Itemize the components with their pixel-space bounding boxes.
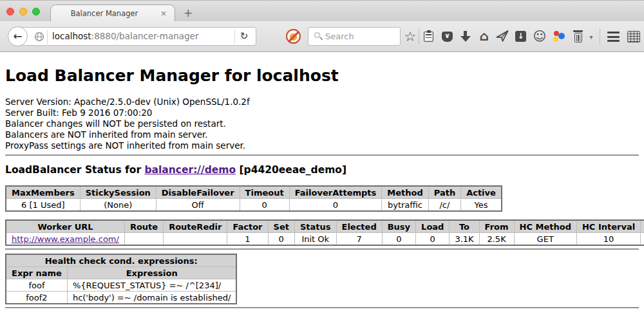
menu-hamburger-icon[interactable] xyxy=(606,29,621,44)
col-method: Method xyxy=(382,186,428,199)
reload-icon[interactable]: ↻ xyxy=(237,28,251,45)
col-stickysession: StickySession xyxy=(80,186,156,199)
url-text[interactable]: localhost:8880/balancer-manager xyxy=(52,28,198,45)
pocket-icon[interactable]: ∨ xyxy=(440,29,455,44)
colored-dots-extension-icon[interactable] xyxy=(551,29,567,44)
cell-from: 2.5K xyxy=(479,233,514,246)
cell-stickysession: (None) xyxy=(80,199,156,212)
emoji-icon[interactable]: ☺ xyxy=(532,29,547,44)
col-hc-method: HC Method xyxy=(514,220,576,233)
col-timeout: Timeout xyxy=(240,186,289,199)
download-arrow: ↓ xyxy=(515,31,526,42)
col-passes: Passes xyxy=(641,220,644,233)
col-expression: Expression xyxy=(67,267,236,279)
new-tab-button[interactable]: + xyxy=(181,5,195,21)
url-path: :8880/balancer-manager xyxy=(91,31,199,41)
cell-expr-name: foof2 xyxy=(6,292,67,304)
table-title-row: Health check cond. expressions: xyxy=(6,254,236,267)
server-built-line: Server Built: Feb 9 2016 07:00:20 xyxy=(5,107,639,118)
col-worker-url: Worker URL xyxy=(6,220,124,233)
cell-load: 0 xyxy=(416,233,450,246)
cell-elected: 7 xyxy=(336,233,382,246)
table-header-row: Expr name Expression xyxy=(6,267,236,279)
cell-busy: 0 xyxy=(382,233,415,246)
bookmark-star-icon[interactable]: ☆ xyxy=(402,29,418,44)
tab-balancer-manager[interactable]: Balancer Manager × xyxy=(50,5,175,22)
clipboard-body xyxy=(424,32,433,42)
col-disablefailover: DisableFailover xyxy=(156,186,240,199)
zoom-window-button[interactable] xyxy=(32,8,40,15)
paper-plane-glyph xyxy=(495,29,509,43)
close-window-button[interactable] xyxy=(6,8,14,15)
back-button[interactable]: ← xyxy=(8,26,28,46)
chevron-down-icon[interactable]: ▾ xyxy=(583,29,599,44)
health-check-title: Health check cond. expressions: xyxy=(6,254,236,267)
cell-disablefailover: Off xyxy=(156,199,240,212)
balancer-demo-link[interactable]: balancer://demo xyxy=(144,164,236,176)
navigation-toolbar: ← localhost:8880/balancer-manager ↻ ☆ ∨ xyxy=(0,21,644,52)
page-title: Load Balancer Manager for localhost xyxy=(5,66,639,85)
cell-hc-method: GET xyxy=(514,233,576,246)
table-header-row: MaxMembers StickySession DisableFailover… xyxy=(6,186,502,199)
send-page-icon[interactable] xyxy=(495,29,510,44)
col-path: Path xyxy=(428,186,460,199)
col-route: Route xyxy=(124,220,163,233)
browser-window: Balancer Manager × + ← localhost:8880/ba… xyxy=(0,0,644,316)
balancer-status-heading: LoadBalancer Status for balancer://demo … xyxy=(5,164,639,176)
cell-status: Init Ok xyxy=(294,233,336,246)
divider xyxy=(5,154,639,156)
health-check-table: Health check cond. expressions: Expr nam… xyxy=(5,254,237,304)
reading-list-icon[interactable] xyxy=(421,29,437,44)
balancer-settings-table: MaxMembers StickySession DisableFailover… xyxy=(5,185,502,212)
home-icon[interactable]: ⌂ xyxy=(477,29,492,44)
col-status: Status xyxy=(294,220,336,233)
cell-routeredir xyxy=(164,233,227,246)
search-icon xyxy=(314,32,320,38)
cell-factor: 1 xyxy=(227,233,268,246)
tab-title: Balancer Manager xyxy=(51,5,158,23)
col-busy: Busy xyxy=(382,220,415,233)
toolbar-divider xyxy=(600,28,600,44)
menu-bar xyxy=(607,40,620,42)
server-version-line: Server Version: Apache/2.5.0-dev (Unix) … xyxy=(5,97,639,107)
proxypass-notice-line: ProxyPass settings are NOT inherited fro… xyxy=(5,140,639,151)
cell-expr-name: foof xyxy=(6,279,67,292)
balancers-notice-line: Balancers are NOT inherited from main se… xyxy=(5,129,639,140)
menu-bar xyxy=(607,32,620,33)
cell-expression: %{REQUEST_STATUS} =~ /^[234]/ xyxy=(67,279,236,292)
cell-method: bytraffic xyxy=(382,199,428,212)
cell-route xyxy=(124,233,163,246)
server-info: Server Version: Apache/2.5.0-dev (Unix) … xyxy=(5,97,639,151)
grid-glyph xyxy=(627,31,640,42)
page-content: Load Balancer Manager for localhost Serv… xyxy=(0,53,644,316)
content-blocked-icon[interactable] xyxy=(286,29,301,44)
cell-path: /c/ xyxy=(428,199,460,212)
toolbar-divider xyxy=(419,28,419,44)
col-from: From xyxy=(479,220,514,233)
yellow-dot xyxy=(553,37,558,42)
cell-expression: hc('body') =~ /domain is established/ xyxy=(67,292,236,304)
close-tab-icon[interactable]: × xyxy=(158,8,169,19)
search-input[interactable] xyxy=(325,28,397,45)
pocket-chevron: ∨ xyxy=(442,32,453,42)
grid-extension-icon[interactable] xyxy=(626,29,641,44)
tab-strip: Balancer Manager × + xyxy=(0,0,644,21)
table-row: http://www.example.com/ 1 0 Init Ok 7 0 … xyxy=(6,233,644,246)
col-set: Set xyxy=(268,220,294,233)
cell-active: Yes xyxy=(461,199,502,212)
col-elected: Elected xyxy=(336,220,382,233)
save-download-icon[interactable]: ↓ xyxy=(513,29,529,44)
table-row: foof %{REQUEST_STATUS} =~ /^[234]/ xyxy=(6,279,236,292)
col-hc-interval: HC Interval xyxy=(576,220,640,233)
search-bar[interactable] xyxy=(308,27,401,46)
divider xyxy=(5,248,639,250)
divider xyxy=(5,307,639,308)
cell-to: 3.1K xyxy=(450,233,479,246)
blue-dot xyxy=(558,33,565,39)
downloads-icon[interactable] xyxy=(458,29,473,44)
site-identity-globe-icon[interactable] xyxy=(34,32,44,42)
minimize-window-button[interactable] xyxy=(19,8,27,15)
status-prefix: LoadBalancer Status for xyxy=(5,164,144,176)
worker-url-link[interactable]: http://www.example.com/ xyxy=(12,234,119,244)
url-bar[interactable]: localhost:8880/balancer-manager ↻ xyxy=(18,27,256,46)
